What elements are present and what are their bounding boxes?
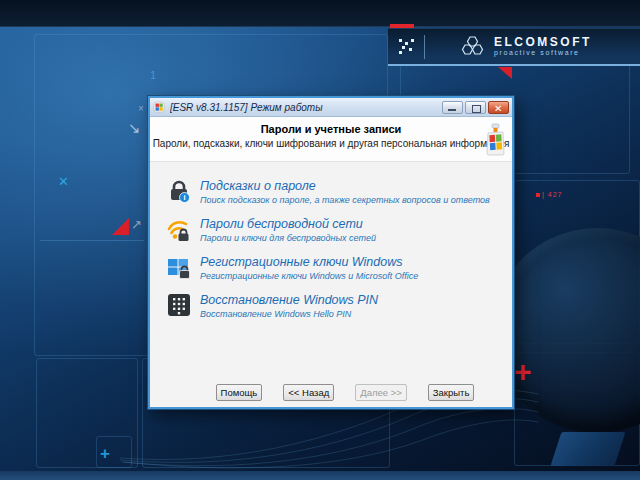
back-button[interactable]: << Назад [283, 384, 334, 401]
red-triangle-banner-decor [498, 67, 512, 79]
wifi-lock-icon [167, 217, 191, 241]
brand-tagline: proactive software [494, 48, 592, 57]
arrow-se-icon: ↘ [128, 119, 141, 137]
item-title: Подсказки о пароле [200, 179, 490, 193]
mode-list: i Подсказки о пароле Поиск подсказок о п… [150, 162, 512, 319]
banner-divider [424, 35, 425, 59]
counter-label: | 427 [536, 191, 562, 198]
item-title: Пароли беспроводной сети [200, 217, 376, 231]
close-window-button[interactable]: ✕ [488, 101, 509, 114]
page-subtitle: Пароли, подсказки, ключи шифрования и др… [150, 138, 512, 149]
item-title: Регистрационные ключи Windows [200, 255, 418, 269]
item-description: Пароли и ключи для беспроводных сетей [200, 233, 376, 243]
list-item-wireless-passwords[interactable]: Пароли беспроводной сети Пароли и ключи … [167, 217, 512, 243]
list-item-windows-pin[interactable]: Восстановление Windows PIN Восстановлени… [167, 293, 512, 319]
red-triangle-decor [112, 218, 129, 235]
desktop-grid-line [40, 240, 144, 241]
windows-lock-icon [167, 255, 191, 279]
app-icon [153, 101, 165, 113]
maximize-icon [472, 105, 481, 113]
item-title: Восстановление Windows PIN [200, 293, 378, 307]
elcomsoft-hexagon-logo-icon [461, 35, 487, 59]
item-description: Регистрационные ключи Windows и Microsof… [200, 271, 418, 281]
list-item-windows-keys[interactable]: Регистрационные ключи Windows Регистраци… [167, 255, 512, 281]
minimize-button[interactable] [442, 101, 463, 114]
maximize-button[interactable] [465, 101, 486, 114]
pin-pad-icon [167, 293, 191, 317]
close-button[interactable]: Закрыть [428, 384, 475, 401]
esr-dialog-window: [ESR v8.31.1157] Режим работы ✕ Пароли и… [148, 96, 514, 409]
brand-banner: ELCOMSOFT proactive software [388, 28, 640, 66]
cyan-plus-decor: + [100, 444, 110, 464]
item-description: Восстановление Windows Hello PIN [200, 309, 378, 319]
dialog-header: Пароли и учетные записи Пароли, подсказк… [150, 117, 512, 162]
panel-number-label: 1 [150, 69, 156, 81]
red-plus-decor: + [514, 362, 532, 382]
password-hint-lock-icon: i [167, 179, 191, 203]
small-cross-decor-icon: × [138, 103, 144, 114]
item-description: Поиск подсказок о пароле, а также секрет… [200, 195, 490, 205]
esr-spray-icon [481, 123, 509, 157]
dot-matrix-icon [399, 39, 414, 54]
svg-text:i: i [183, 193, 185, 202]
titlebar[interactable]: [ESR v8.31.1157] Режим работы ✕ [150, 98, 512, 117]
brand-name: ELCOMSOFT [494, 36, 592, 48]
dialog-footer: Помощь << Назад Далее >> Закрыть [150, 384, 512, 401]
blue-box-decor [550, 432, 625, 466]
next-button[interactable]: Далее >> [355, 384, 407, 401]
list-item-password-hints[interactable]: i Подсказки о пароле Поиск подсказок о п… [167, 179, 512, 205]
page-title: Пароли и учетные записи [150, 117, 512, 135]
red-square-decor [536, 193, 540, 197]
desktop-top-band [0, 0, 640, 27]
cross-decor-icon: ✕ [58, 174, 69, 189]
help-button[interactable]: Помощь [216, 384, 263, 401]
arrow-ne-icon: ↗ [131, 217, 142, 232]
window-title: [ESR v8.31.1157] Режим работы [170, 102, 440, 113]
close-icon: ✕ [494, 103, 502, 114]
minimize-icon [448, 109, 456, 111]
